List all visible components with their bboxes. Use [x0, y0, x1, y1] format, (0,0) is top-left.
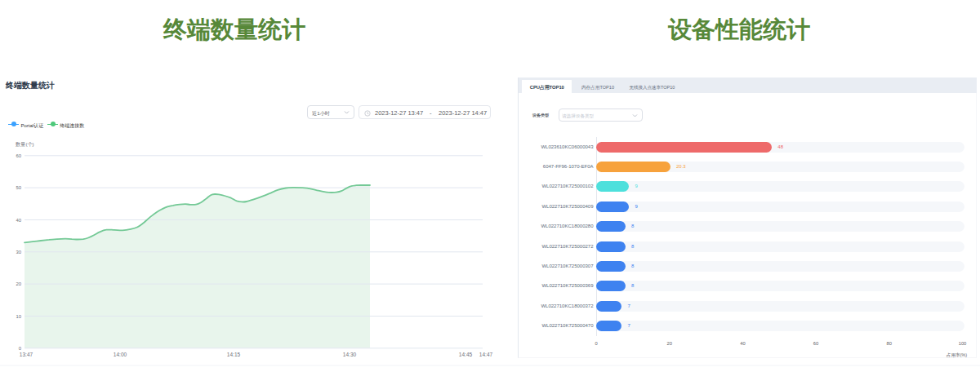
svg-text:30: 30 — [16, 250, 21, 255]
svg-text:0: 0 — [19, 346, 22, 351]
svg-text:10: 10 — [16, 314, 21, 319]
svg-text:14:15: 14:15 — [227, 352, 241, 357]
svg-text:60: 60 — [16, 153, 21, 158]
svg-text:20: 20 — [16, 281, 21, 286]
svg-text:14:45: 14:45 — [459, 352, 473, 357]
svg-text:40: 40 — [16, 218, 21, 223]
svg-text:13:47: 13:47 — [20, 352, 33, 357]
svg-text:14:47: 14:47 — [479, 352, 493, 357]
svg-text:50: 50 — [16, 185, 21, 190]
svg-text:14:30: 14:30 — [343, 352, 357, 357]
svg-text:14:00: 14:00 — [114, 352, 127, 357]
